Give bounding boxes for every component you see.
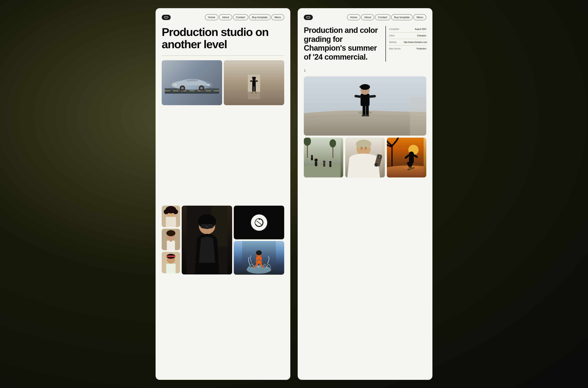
skater-photo: [224, 60, 284, 105]
nav2-home[interactable]: Home: [347, 14, 360, 20]
nav-links: Home About Contact Buy template Menu: [205, 14, 284, 20]
svg-rect-32: [167, 241, 175, 250]
bottom-photo-3: [387, 138, 426, 177]
panel1-nav: Home About Contact Buy template Menu: [162, 14, 284, 20]
meta-label-website: Website: [389, 41, 397, 43]
svg-rect-69: [362, 115, 365, 116]
logo-circle-icon: [251, 215, 267, 231]
svg-point-31: [166, 230, 175, 236]
svg-point-4: [181, 87, 184, 89]
divider: [162, 55, 284, 56]
nav2-buy-template[interactable]: Buy template: [391, 14, 413, 20]
panels-wrapper: Home About Contact Buy template Menu Pro…: [0, 0, 588, 388]
svg-rect-28: [166, 217, 176, 227]
biker-photo: [234, 241, 284, 275]
logo-block: [234, 206, 284, 239]
nav-links-2: Home About Contact Buy template Menu: [347, 14, 426, 20]
meta-row-service: Main service Production: [389, 46, 426, 52]
svg-rect-70: [365, 115, 369, 116]
svg-point-26: [164, 209, 169, 214]
svg-rect-61: [366, 105, 369, 115]
svg-rect-82: [329, 163, 331, 167]
svg-point-8: [174, 84, 177, 86]
panel-1: Home About Contact Buy template Menu Pro…: [156, 8, 290, 380]
main-skater-photo: [304, 76, 426, 136]
svg-rect-98: [391, 146, 393, 166]
car-photo: [162, 60, 222, 105]
meta-label-service: Main service: [389, 48, 400, 50]
logo-icon-2: [306, 16, 310, 18]
svg-rect-55: [256, 257, 262, 264]
svg-point-6: [200, 87, 203, 89]
nav2-contact[interactable]: Contact: [375, 14, 390, 20]
svg-point-92: [379, 156, 380, 158]
right-col: [234, 206, 284, 374]
svg-point-7: [207, 84, 210, 86]
bottom-photo-1: [304, 138, 343, 177]
meta-value-completed: August 2023: [415, 28, 426, 30]
svg-point-75: [329, 139, 336, 147]
panel1-heading: Production studio on another level: [162, 26, 284, 51]
bottom-grid: [162, 206, 284, 374]
panel2-header: Production and color grading for Champio…: [304, 26, 426, 62]
meta-value-service: Production: [417, 48, 426, 50]
svg-rect-14: [252, 77, 253, 78]
svg-point-81: [329, 161, 331, 163]
panel2-meta: Completed August 2023 Client Champion We…: [385, 26, 426, 62]
panel2-title-area: Production and color grading for Champio…: [304, 26, 381, 62]
bottom-photo-2: [345, 138, 385, 177]
svg-rect-37: [166, 255, 175, 257]
svg-point-54: [256, 250, 262, 255]
svg-rect-38: [166, 264, 176, 273]
logo-2: [304, 15, 313, 20]
nav-buy-template[interactable]: Buy template: [249, 14, 271, 20]
portrait-2: [162, 229, 180, 250]
woman-dark-photo: [182, 206, 232, 274]
logo-icon: [164, 16, 168, 18]
skater-svg: [248, 68, 260, 105]
svg-point-95: [364, 147, 367, 150]
panel2-title: Production and color grading for Champio…: [304, 26, 381, 62]
arrow-down: ↓: [304, 67, 426, 73]
car-svg: [165, 63, 219, 103]
nav2-menu[interactable]: Menu: [413, 14, 426, 20]
nav-about[interactable]: About: [219, 14, 232, 20]
panel-2: Home About Contact Buy template Menu Pro…: [298, 8, 432, 380]
bottom-three: [304, 138, 426, 177]
meta-row-website: Website http://www.chempion.com: [389, 39, 426, 46]
portraits-col: [162, 206, 180, 374]
svg-point-106: [403, 166, 420, 170]
svg-rect-18: [252, 86, 254, 92]
portrait-1: [162, 206, 180, 227]
nav-contact[interactable]: Contact: [233, 14, 248, 20]
svg-point-83: [311, 155, 313, 157]
meta-value-website: http://www.chempion.com: [404, 41, 426, 43]
nav-menu[interactable]: Menu: [271, 14, 284, 20]
svg-rect-33: [169, 238, 172, 242]
meta-row-client: Client Champion: [389, 32, 426, 39]
svg-rect-10: [248, 92, 260, 99]
svg-rect-68: [359, 86, 362, 87]
svg-rect-60: [363, 105, 365, 115]
meta-label-completed: Completed: [389, 28, 399, 30]
nav2-about[interactable]: About: [361, 14, 374, 20]
svg-point-76: [314, 158, 318, 162]
svg-rect-77: [315, 162, 317, 166]
portrait-3: [162, 252, 180, 273]
svg-rect-15: [252, 80, 256, 87]
svg-rect-84: [311, 157, 313, 160]
svg-point-21: [252, 92, 253, 93]
logo: [162, 15, 171, 20]
svg-point-79: [323, 161, 326, 163]
svg-rect-19: [254, 86, 256, 92]
svg-point-22: [256, 92, 257, 93]
nav-home[interactable]: Home: [205, 14, 218, 20]
meta-row-completed: Completed August 2023: [389, 26, 426, 32]
panel2-nav: Home About Contact Buy template Menu: [304, 14, 426, 20]
svg-point-27: [173, 209, 178, 214]
svg-rect-80: [323, 163, 325, 167]
svg-rect-62: [361, 94, 370, 106]
svg-rect-88: [356, 143, 371, 146]
svg-point-94: [360, 147, 363, 150]
photo-grid: [162, 60, 284, 374]
